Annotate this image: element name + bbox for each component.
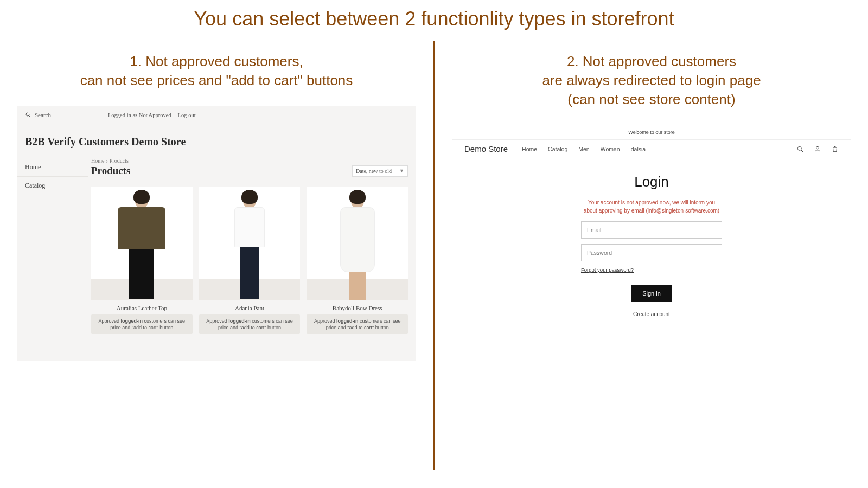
create-account-link[interactable]: Create account [633, 311, 670, 317]
crumb-products: Products [110, 158, 129, 164]
approval-warning: Your account is not approved now, we wil… [581, 199, 722, 215]
announcement-bar: Welcome to our store [452, 125, 851, 140]
nav-dalsia[interactable]: dalsia [631, 146, 646, 152]
chevron-down-icon: ▼ [399, 168, 404, 174]
password-field[interactable]: Password [581, 244, 722, 261]
products-heading: Products [91, 165, 130, 177]
signin-button[interactable]: Sign in [631, 285, 672, 302]
breadcrumb: Home›Products [91, 158, 408, 164]
right-column: 2. Not approved customers are always red… [435, 41, 868, 470]
approved-message: Approved logged-in customers can see pri… [91, 314, 193, 334]
logged-in-text: Logged in as Not Approved [108, 112, 171, 118]
nav-home[interactable]: Home [522, 146, 537, 152]
storefront-hidden-prices: Search Logged in as Not Approved Log out… [17, 106, 416, 361]
product-image [307, 187, 408, 300]
header-icons [796, 145, 839, 153]
cart-icon[interactable] [831, 145, 839, 153]
search-input[interactable]: Search [25, 112, 51, 118]
right-subtitle-line1: 2. Not approved customers [567, 53, 736, 69]
login-title: Login [581, 174, 722, 190]
product-image [199, 187, 301, 300]
product-image [91, 187, 193, 300]
left-subtitle-line2: can not see prices and "add to cart" but… [80, 72, 353, 88]
left-subtitle-line1: 1. Not approved customers, [130, 53, 303, 69]
left-subtitle: 1. Not approved customers, can not see p… [11, 52, 422, 90]
account-icon[interactable] [814, 145, 821, 153]
sort-select[interactable]: Date, new to old ▼ [352, 165, 408, 177]
nav-catalog[interactable]: Catalog [548, 146, 567, 152]
right-subtitle-line3: (can not see store content) [567, 91, 735, 107]
search-icon[interactable] [796, 145, 804, 153]
svg-point-2 [797, 146, 801, 150]
svg-point-4 [816, 146, 819, 149]
product-card[interactable]: Adania Pant Approved logged-in customers… [199, 187, 301, 334]
login-form: Login Your account is not approved now, … [581, 174, 722, 318]
product-name: Auralias Leather Top [91, 305, 193, 311]
svg-point-0 [26, 113, 29, 116]
approved-message: Approved logged-in customers can see pri… [199, 314, 301, 334]
product-name: Babydoll Bow Dress [307, 305, 408, 311]
storefront-login-redirect: Welcome to our store Demo Store Home Cat… [452, 125, 851, 331]
email-field[interactable]: Email [581, 221, 722, 239]
page-title: You can select between 2 functionlity ty… [0, 0, 868, 30]
right-subtitle: 2. Not approved customers are always red… [446, 52, 857, 109]
topbar: Search Logged in as Not Approved Log out [17, 106, 416, 124]
forgot-password-link[interactable]: Forgot your password? [581, 267, 722, 273]
search-icon [25, 112, 31, 118]
sort-label: Date, new to old [356, 168, 392, 174]
login-info: Logged in as Not Approved Log out [108, 112, 196, 118]
sidebar-item-home[interactable]: Home [17, 158, 88, 176]
product-card[interactable]: Babydoll Bow Dress Approved logged-in cu… [307, 187, 408, 334]
search-label: Search [35, 112, 51, 118]
right-subtitle-line2: are always redirected to login page [542, 72, 761, 88]
store-header: Demo Store Home Catalog Men Woman dalsia [452, 140, 851, 158]
columns-container: 1. Not approved customers, can not see p… [0, 41, 868, 470]
store-brand[interactable]: Demo Store [464, 144, 508, 153]
sidebar-item-catalog[interactable]: Catalog [17, 176, 88, 195]
svg-line-1 [29, 116, 31, 118]
left-column: 1. Not approved customers, can not see p… [0, 41, 433, 470]
nav-woman[interactable]: Woman [601, 146, 620, 152]
header-nav: Home Catalog Men Woman dalsia [522, 146, 646, 152]
svg-line-3 [801, 150, 803, 152]
logout-link[interactable]: Log out [178, 112, 196, 118]
sidebar-nav: Home Catalog [17, 158, 88, 334]
product-name: Adania Pant [199, 305, 301, 311]
store-title: B2B Verify Customers Demo Store [17, 124, 416, 158]
nav-men[interactable]: Men [578, 146, 589, 152]
crumb-home[interactable]: Home [91, 158, 104, 164]
product-grid: Auralias Leather Top Approved logged-in … [91, 187, 408, 334]
main-content: Home›Products Products Date, new to old … [88, 158, 416, 334]
product-card[interactable]: Auralias Leather Top Approved logged-in … [91, 187, 193, 334]
approved-message: Approved logged-in customers can see pri… [307, 314, 408, 334]
